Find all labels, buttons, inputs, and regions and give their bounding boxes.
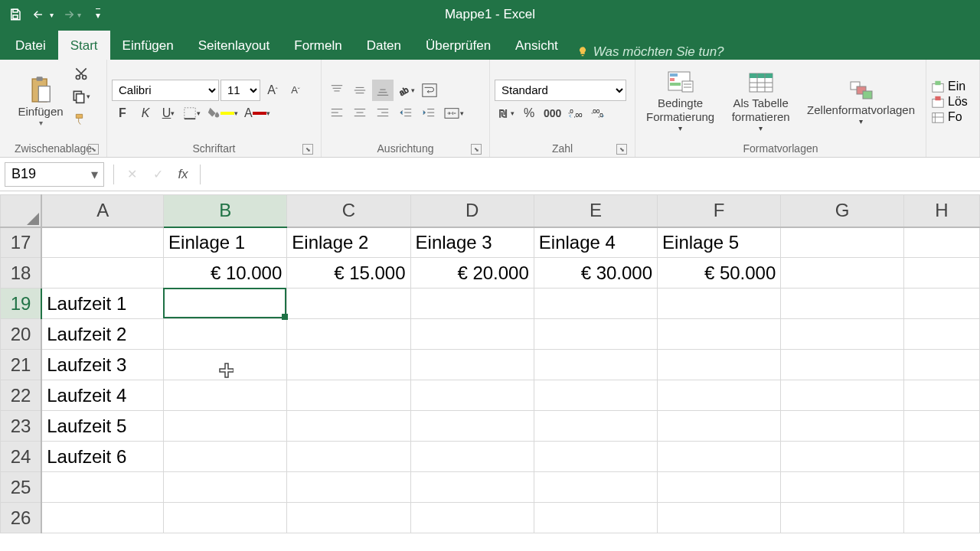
cell-G21[interactable] [781,350,903,380]
cell-B21[interactable] [164,350,287,380]
cell-E25[interactable] [534,472,657,503]
column-header-F[interactable]: F [658,195,781,227]
conditional-formatting-button[interactable]: Bedingte Formatierung▾ [640,63,720,140]
align-right-button[interactable] [372,103,394,124]
row-header-24[interactable]: 24 [1,442,42,472]
font-color-button[interactable]: A▾ [242,103,273,124]
cell-G18[interactable] [781,258,903,289]
align-center-button[interactable] [349,103,371,124]
cell-H18[interactable] [903,258,979,289]
row-header-20[interactable]: 20 [1,319,42,350]
tab-insert[interactable]: Einfügen [110,31,186,60]
column-header-G[interactable]: G [781,195,903,227]
align-top-button[interactable] [326,80,348,101]
cell-E17[interactable]: Einlage 4 [534,227,657,258]
accounting-format-button[interactable]: ₪▾ [495,103,517,124]
cell-F18[interactable]: € 50.000 [658,258,781,289]
cell-E21[interactable] [534,350,657,380]
column-header-C[interactable]: C [287,195,410,227]
decrease-decimal-button[interactable]: ,00,0 [588,103,609,124]
cut-button[interactable] [69,63,93,84]
cell-A17[interactable] [41,227,163,258]
tab-home[interactable]: Start [58,31,110,60]
cell-A23[interactable]: Laufzeit 5 [41,411,163,442]
thousands-button[interactable]: 000 [541,103,564,124]
cell-E22[interactable] [534,380,657,411]
cell-A24[interactable]: Laufzeit 6 [41,442,163,472]
cell-A22[interactable]: Laufzeit 4 [41,380,163,411]
wrap-text-button[interactable] [419,80,440,101]
cell-A18[interactable] [41,258,163,289]
increase-decimal-button[interactable]: ,0,00 [565,103,586,124]
tab-data[interactable]: Daten [354,31,413,60]
cell-H23[interactable] [903,411,979,442]
align-bottom-button[interactable] [372,80,394,101]
cell-B17[interactable]: Einlage 1 [164,227,287,258]
cell-D26[interactable] [410,503,534,533]
cell-F25[interactable] [658,472,781,503]
save-button[interactable] [5,4,26,25]
cell-F26[interactable] [658,503,781,533]
copy-button[interactable]: ▾ [69,86,93,107]
font-launcher[interactable]: ⬊ [302,144,313,155]
cell-F19[interactable] [658,289,781,319]
cell-H25[interactable] [903,472,979,503]
cell-D18[interactable]: € 20.000 [410,258,534,289]
delete-cells-label[interactable]: Lös [948,95,968,109]
name-box-dropdown[interactable]: ▾ [88,166,100,183]
cell-B23[interactable] [164,411,287,442]
row-header-18[interactable]: 18 [1,258,42,289]
font-name-select[interactable]: Calibri [112,80,219,101]
row-header-22[interactable]: 22 [1,380,42,411]
paste-button[interactable]: Einfügen ▾ [14,63,67,140]
cell-F17[interactable]: Einlage 5 [658,227,781,258]
cell-A20[interactable]: Laufzeit 2 [41,319,163,350]
row-header-17[interactable]: 17 [1,227,42,258]
cell-D19[interactable] [410,289,534,319]
cell-G17[interactable] [781,227,903,258]
bold-button[interactable]: F [112,103,133,124]
cell-D25[interactable] [410,472,534,503]
cell-G19[interactable] [781,289,903,319]
qat-customize-button[interactable]: ▾ [87,4,109,25]
cell-C19[interactable] [287,289,410,319]
cell-B24[interactable] [164,442,287,472]
cell-E19[interactable] [534,289,657,319]
cell-C20[interactable] [287,319,410,350]
cell-A25[interactable] [41,472,163,503]
underline-button[interactable]: U▾ [158,103,179,124]
cell-F21[interactable] [658,350,781,380]
column-header-H[interactable]: H [903,195,979,227]
cell-B26[interactable] [164,503,287,533]
cell-H21[interactable] [903,350,979,380]
cell-H26[interactable] [903,503,979,533]
cell-A19[interactable]: Laufzeit 1 [41,289,163,319]
cell-C26[interactable] [287,503,410,533]
cell-B18[interactable]: € 10.000 [164,258,287,289]
increase-font-button[interactable]: Aˆ [262,80,283,101]
cell-E24[interactable] [534,442,657,472]
cell-B19[interactable] [164,289,287,319]
cell-B20[interactable] [164,319,287,350]
name-box[interactable]: B19 ▾ [5,162,104,187]
cell-H19[interactable] [903,289,979,319]
cell-G25[interactable] [781,472,903,503]
clipboard-launcher[interactable]: ⬊ [88,144,99,155]
number-format-select[interactable]: Standard [495,80,626,101]
orientation-button[interactable]: ab▾ [395,80,417,101]
undo-button[interactable]: ▾ [32,4,54,25]
cell-E20[interactable] [534,319,657,350]
cell-C23[interactable] [287,411,410,442]
cell-C25[interactable] [287,472,410,503]
cell-E23[interactable] [534,411,657,442]
cell-G26[interactable] [781,503,903,533]
cell-D17[interactable]: Einlage 3 [410,227,534,258]
cell-F24[interactable] [658,442,781,472]
cell-G24[interactable] [781,442,903,472]
cell-E26[interactable] [534,503,657,533]
column-header-A[interactable]: A [41,195,163,227]
cell-G22[interactable] [781,380,903,411]
fill-color-button[interactable]: ▾ [204,103,240,124]
cell-D24[interactable] [410,442,534,472]
tab-file[interactable]: Datei [3,31,58,60]
